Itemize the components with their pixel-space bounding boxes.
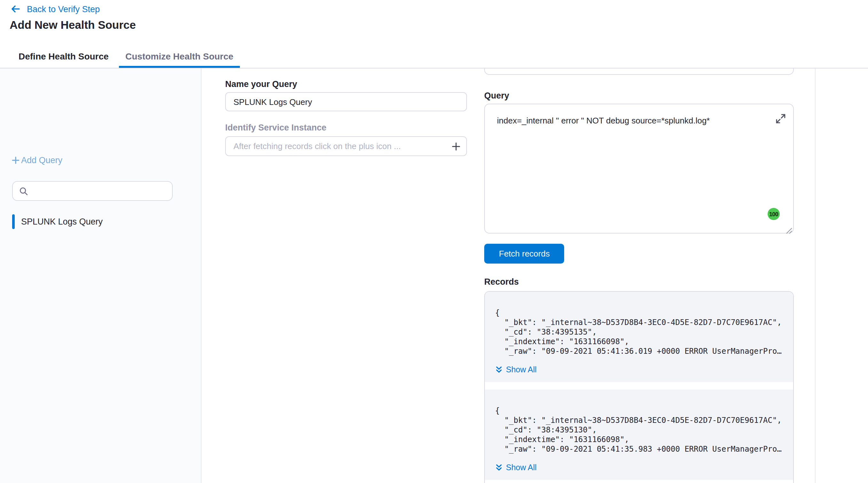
tab-define-health-source[interactable]: Define Health Source bbox=[19, 45, 109, 68]
query-list-item[interactable]: SPLUNK Logs Query bbox=[0, 213, 202, 230]
page-title: Add New Health Source bbox=[9, 19, 136, 32]
service-instance-field bbox=[225, 136, 467, 156]
selected-indicator bbox=[12, 214, 14, 229]
add-query-label: Add Query bbox=[21, 155, 62, 165]
record-json: { "_bkt": "_internal~38~D537D8B4-3EC0-4D… bbox=[495, 406, 783, 454]
record-card: { "_bkt": "_internal~38~D537D8B4-3EC0-4D… bbox=[485, 390, 793, 480]
tab-customize-health-source[interactable]: Customize Health Source bbox=[119, 45, 240, 68]
record-card: { "_bkt": "_internal~38~D537D8B4-3EC0-4D… bbox=[485, 292, 793, 382]
clipped-input-above[interactable] bbox=[484, 68, 794, 75]
fetch-records-button[interactable]: Fetch records bbox=[484, 244, 564, 264]
service-instance-input[interactable] bbox=[225, 136, 467, 156]
record-count-badge: 100 bbox=[768, 208, 780, 220]
plus-icon bbox=[11, 156, 20, 164]
content-right-divider bbox=[815, 68, 815, 483]
name-your-query-label: Name your Query bbox=[225, 79, 297, 89]
resize-grip[interactable] bbox=[785, 225, 793, 232]
show-all-link[interactable]: Show All bbox=[495, 462, 783, 472]
query-name-input[interactable] bbox=[225, 92, 467, 111]
add-query-button[interactable]: Add Query bbox=[11, 155, 62, 165]
record-json: { "_bkt": "_internal~38~D537D8B4-3EC0-4D… bbox=[495, 308, 783, 356]
double-chevron-down-icon bbox=[495, 366, 503, 373]
records-panel: { "_bkt": "_internal~38~D537D8B4-3EC0-4D… bbox=[484, 291, 794, 483]
search-input[interactable] bbox=[33, 186, 166, 196]
records-label: Records bbox=[484, 277, 519, 286]
query-item-label: SPLUNK Logs Query bbox=[21, 217, 103, 227]
service-instance-label: Identify Service Instance bbox=[225, 123, 327, 132]
query-editor: index=_internal " error " NOT debug sour… bbox=[484, 103, 794, 234]
add-service-instance-button[interactable] bbox=[451, 141, 461, 151]
sidebar: Add Query SPLUNK Logs Query bbox=[0, 68, 202, 483]
back-link[interactable]: Back to Verify Step bbox=[10, 4, 100, 14]
show-all-label: Show All bbox=[506, 365, 537, 374]
double-chevron-down-icon bbox=[495, 463, 503, 471]
query-label: Query bbox=[484, 91, 509, 100]
show-all-label: Show All bbox=[506, 463, 537, 472]
app-window: Back to Verify Step Add New Health Sourc… bbox=[0, 0, 868, 483]
query-search-box bbox=[12, 181, 173, 201]
query-textarea[interactable]: index=_internal " error " NOT debug sour… bbox=[484, 103, 794, 234]
search-icon bbox=[19, 186, 28, 195]
tab-bar: Define Health Source Customize Health So… bbox=[0, 45, 868, 68]
expand-icon[interactable] bbox=[774, 112, 787, 125]
show-all-link[interactable]: Show All bbox=[495, 365, 783, 374]
arrow-left-icon bbox=[10, 4, 21, 14]
back-link-label: Back to Verify Step bbox=[27, 4, 100, 14]
